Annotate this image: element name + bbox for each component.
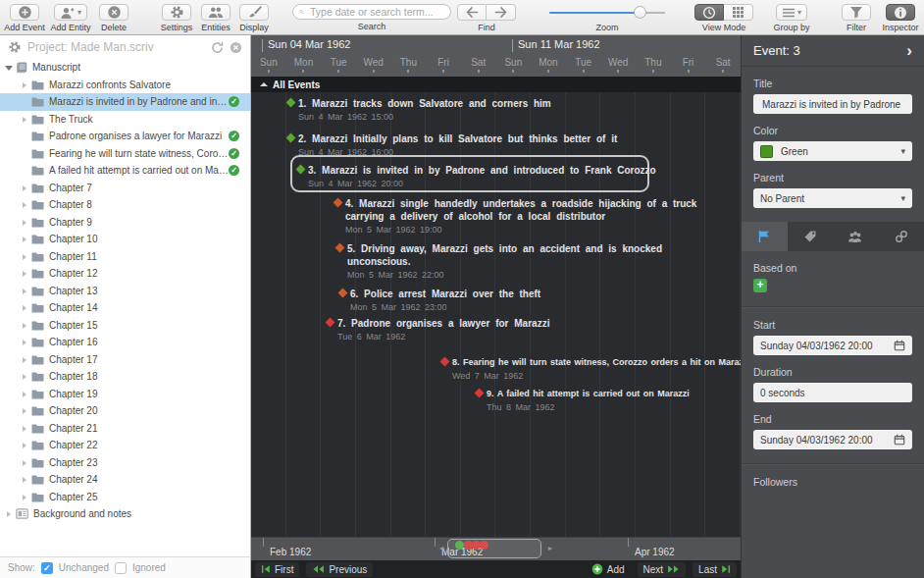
tree-row[interactable]: Chapter 14: [0, 299, 250, 317]
tree-row[interactable]: Chapter 10: [0, 231, 250, 248]
zoom-slider[interactable]: [549, 4, 665, 21]
tab-links[interactable]: [879, 222, 924, 251]
color-select[interactable]: Green ▾: [753, 141, 912, 161]
disclosure-triangle-icon[interactable]: [20, 337, 29, 347]
tree-row[interactable]: Fearing he will turn state witness, Coro…: [0, 145, 250, 163]
disclosure-triangle-icon[interactable]: [20, 302, 29, 313]
day-cell[interactable]: Fri: [426, 55, 461, 77]
filter-button[interactable]: [842, 4, 871, 21]
disclosure-triangle-icon[interactable]: [20, 183, 29, 193]
end-field[interactable]: Sunday 04/03/1962 20:00: [753, 430, 912, 449]
add-event-button[interactable]: [10, 4, 39, 21]
tree-row[interactable]: Background and notes: [0, 505, 250, 523]
parent-select[interactable]: No Parent ▾: [753, 188, 912, 208]
disclosure-triangle-icon[interactable]: [20, 389, 29, 399]
disclosure-triangle-icon[interactable]: [20, 199, 29, 210]
tree-row[interactable]: Chapter 21: [0, 420, 250, 438]
tree-row[interactable]: A failed hit attempt is carried out on M…: [0, 162, 250, 180]
timeline-event[interactable]: 6. Police arrest Marazzi over the theftM…: [339, 288, 540, 313]
sync-settings-gear-icon[interactable]: [8, 40, 22, 54]
day-cell[interactable]: Wed: [356, 55, 391, 77]
tree-row[interactable]: Chapter 16: [0, 334, 250, 351]
disclosure-triangle-icon[interactable]: [20, 114, 29, 125]
refresh-icon[interactable]: [211, 41, 224, 54]
find-previous-button[interactable]: [457, 4, 487, 21]
disclosure-triangle-icon[interactable]: [20, 251, 29, 262]
tree-row[interactable]: Chapter 23: [0, 454, 250, 472]
tree-row[interactable]: Chapter 15: [0, 317, 250, 335]
tree-row[interactable]: Chapter 7: [0, 180, 250, 197]
zoom-slider-knob[interactable]: [634, 6, 646, 19]
tree-row[interactable]: Chapter 9: [0, 214, 250, 232]
checkbox-ignored[interactable]: [115, 562, 127, 574]
timeline-event[interactable]: 7. Padrone organises a lawyer for Marazz…: [327, 317, 549, 342]
close-icon[interactable]: [230, 41, 242, 54]
tree-row[interactable]: Chapter 18: [0, 368, 250, 386]
search-input[interactable]: [308, 5, 444, 19]
tab-flag[interactable]: [742, 222, 788, 251]
calendar-icon[interactable]: [894, 434, 905, 446]
add-based-on-button[interactable]: +: [753, 279, 767, 292]
tree-row[interactable]: Chapter 8: [0, 196, 250, 214]
day-cell[interactable]: Sat: [461, 55, 496, 77]
day-cell[interactable]: Thu: [391, 55, 427, 77]
disclosure-triangle-icon[interactable]: [20, 474, 29, 485]
disclosure-triangle-icon[interactable]: [20, 234, 29, 244]
tree-row[interactable]: Chapter 24: [0, 471, 250, 489]
disclosure-triangle-icon[interactable]: [20, 492, 29, 502]
duration-field[interactable]: 0 seconds: [753, 383, 912, 402]
tree-row[interactable]: Marazzi is invited in by Padrone and int…: [0, 93, 250, 111]
view-mode-timeline-button[interactable]: [694, 4, 724, 21]
tree-row[interactable]: Padrone organises a lawyer for Marazzi✓: [0, 128, 250, 145]
timeline-event[interactable]: 1. Marazzi tracks down Salvatore and cor…: [287, 97, 551, 123]
chevron-right-icon[interactable]: ›: [906, 42, 912, 59]
timeline-event[interactable]: 8. Fearing he will turn state witness, C…: [441, 356, 741, 382]
day-cell[interactable]: Thu: [636, 55, 671, 77]
tab-tag[interactable]: [788, 222, 834, 251]
disclosure-triangle-icon[interactable]: [20, 286, 29, 296]
add-button[interactable]: Add: [586, 562, 631, 577]
search-field[interactable]: [292, 4, 451, 20]
disclosure-triangle-icon[interactable]: [4, 508, 14, 519]
inspector-button[interactable]: [886, 4, 915, 21]
day-cell[interactable]: Sun: [251, 55, 286, 77]
disclosure-triangle-icon[interactable]: [20, 440, 29, 450]
tree-row[interactable]: Chapter 11: [0, 248, 250, 266]
checkbox-unchanged[interactable]: ✓: [41, 562, 53, 574]
disclosure-triangle-icon[interactable]: [20, 268, 29, 279]
tree-row[interactable]: The Truck: [0, 111, 250, 129]
timeline-event[interactable]: 4. Marazzi single handedly undertakes a …: [334, 197, 696, 236]
disclosure-triangle-icon[interactable]: [20, 405, 29, 416]
next-button[interactable]: Next: [638, 562, 687, 577]
tree-row[interactable]: Manuscript: [0, 59, 250, 77]
day-cell[interactable]: Mon: [531, 55, 566, 77]
settings-button[interactable]: [162, 4, 191, 21]
day-cell[interactable]: Tue: [566, 55, 601, 77]
view-mode-grid-button[interactable]: [724, 4, 753, 21]
tree-row[interactable]: Chapter 22: [0, 437, 250, 454]
disclosure-triangle-icon[interactable]: [20, 371, 29, 382]
tree-row[interactable]: Chapter 13: [0, 283, 250, 300]
previous-button[interactable]: Previous: [306, 562, 373, 577]
entities-button[interactable]: [201, 4, 231, 21]
timeline-minimap[interactable]: Feb 1962Mar 1962Apr 1962◂▸: [251, 537, 741, 560]
all-events-group-bar[interactable]: All Events: [251, 77, 741, 92]
minimap-left-arrow-icon[interactable]: ◂: [439, 545, 443, 552]
display-button[interactable]: [239, 4, 269, 21]
tree-row[interactable]: Chapter 25: [0, 489, 250, 506]
tree-row[interactable]: Chapter 19: [0, 386, 250, 403]
find-next-button[interactable]: [487, 4, 516, 21]
tree-row[interactable]: Marazzi confronts Salvatore: [0, 77, 250, 94]
disclosure-triangle-icon[interactable]: [20, 423, 29, 434]
tree-row[interactable]: Chapter 17: [0, 351, 250, 369]
disclosure-triangle-icon[interactable]: [20, 79, 29, 90]
last-button[interactable]: Last: [693, 562, 737, 577]
title-input[interactable]: [760, 98, 905, 111]
tab-entities[interactable]: [833, 222, 879, 251]
delete-button[interactable]: [99, 4, 128, 21]
timeline-event[interactable]: 5. Driving away, Marazzi gets into an ac…: [336, 242, 662, 281]
disclosure-triangle-icon[interactable]: [20, 354, 29, 365]
first-button[interactable]: First: [255, 562, 299, 577]
add-entity-button[interactable]: ▾: [54, 4, 87, 21]
tree-row[interactable]: Chapter 12: [0, 265, 250, 283]
